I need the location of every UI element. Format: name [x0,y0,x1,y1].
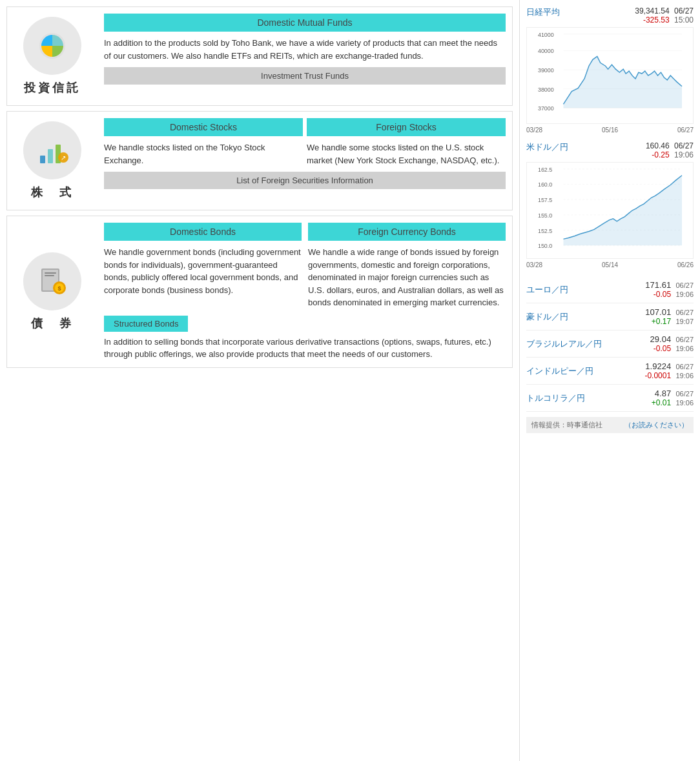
foreign-currency-bonds-header: Foreign Currency Bonds [308,223,506,241]
mutual-funds-section: 投資信託 Domestic Mutual Funds In addition t… [6,6,513,106]
domestic-stocks-desc: We handle stocks listed on the Tokyo Sto… [104,141,303,167]
nikkei-header-row: 日経平均 39,341.54 06/27 -325.53 15:00 [526,6,694,25]
stocks-icon: ↗ [23,121,81,179]
bonds-label: 債 券 [31,316,74,331]
info-text: 情報提供：時事通信社 [531,420,602,430]
mutual-funds-icon-area: 投資信託 [7,7,98,105]
svg-text:160.0: 160.0 [538,181,552,188]
main-content: 投資信託 Domestic Mutual Funds In addition t… [0,0,519,761]
nikkei-x-label-1: 05/16 [602,127,618,134]
usdjpy-x-label-2: 06/26 [677,261,694,269]
foreign-stocks-desc: We handle some stocks listed on the U.S.… [307,141,506,167]
structured-bonds-desc: In addition to selling bonds that incorp… [104,336,506,361]
structured-bonds-header: Structured Bonds [104,316,188,332]
foreign-securities-link[interactable]: List of Foreign Securities Information [104,172,506,189]
mutual-funds-link[interactable]: Investment Trust Funds [104,67,506,85]
rate-name-0[interactable]: ユーロ／円 [526,284,568,296]
nikkei-chart-labels: 03/28 05/16 06/27 [526,127,694,134]
usdjpy-x-label-1: 05/14 [602,261,618,269]
usdjpy-date: 06/27 [674,141,694,150]
svg-text:155.0: 155.0 [538,212,552,219]
svg-text:157.5: 157.5 [538,197,552,203]
rate-row: ブラジルレアル／円 29.04 06/27 -0.05 19:06 [526,330,694,358]
svg-rect-8 [45,272,56,274]
rate-change-3: -0.0001 [644,371,671,380]
rate-name-1[interactable]: 豪ドル／円 [526,311,568,323]
rate-time-4: 19:06 [675,399,694,407]
rate-change-4: +0.01 [652,398,671,407]
usdjpy-title-link[interactable]: 米ドル／円 [526,141,568,153]
svg-text:152.5: 152.5 [538,228,552,234]
rate-name-2[interactable]: ブラジルレアル／円 [526,338,602,350]
rate-val-2: 29.04 [650,334,672,344]
domestic-bonds-desc: We handle government bonds (including go… [104,246,302,296]
svg-rect-9 [45,275,54,276]
usdjpy-market: 米ドル／円 160.46 06/27 -0.25 19:06 162.5 [526,141,694,269]
mutual-funds-label: 投資信託 [24,80,81,96]
usdjpy-change-row: -0.25 19:06 [646,150,694,159]
svg-text:40000: 40000 [538,48,554,54]
svg-text:150.0: 150.0 [538,243,552,249]
rate-date-3: 06/27 [675,363,694,370]
svg-text:41000: 41000 [538,32,554,38]
rate-rows-container: ユーロ／円 171.61 06/27 -0.05 19:06 豪ドル／円 107… [526,276,694,412]
domestic-bonds-header: Domestic Bonds [104,223,302,241]
stocks-label: 株 式 [31,185,74,200]
stocks-grid: Domestic Stocks We handle stocks listed … [104,118,506,167]
stocks-section: ↗ 株 式 Domestic Stocks We handle stocks l… [6,111,513,210]
rate-time-3: 19:06 [675,372,694,380]
rate-time-1: 19:07 [675,318,694,325]
rate-time-0: 19:06 [675,290,694,298]
rate-change-0: -0.05 [654,290,671,299]
rate-right-3: 1.9224 06/27 -0.0001 19:06 [644,361,694,380]
usdjpy-chart-labels: 03/28 05/14 06/26 [526,261,694,269]
nikkei-value-date: 39,341.54 06/27 [635,6,694,15]
bonds-details: Domestic Bonds We handle government bond… [98,216,512,367]
bonds-grid: Domestic Bonds We handle government bond… [104,223,506,309]
rate-right-1: 107.01 06/27 +0.17 19:07 [645,307,694,326]
usdjpy-header-row: 米ドル／円 160.46 06/27 -0.25 19:06 [526,141,694,159]
mutual-funds-details: Domestic Mutual Funds In addition to the… [98,7,512,105]
bonds-section: $ 債 券 Domestic Bonds We handle governmen… [6,216,513,368]
nikkei-chart: 41000 40000 39000 38000 37000 [526,27,694,124]
domestic-bonds-col: Domestic Bonds We handle government bond… [104,223,302,309]
domestic-stocks-col: Domestic Stocks We handle stocks listed … [104,118,303,167]
rate-val-3: 1.9224 [645,361,671,371]
rate-val-1: 107.01 [645,307,671,317]
rate-name-3[interactable]: インドルピー／円 [526,365,593,377]
structured-bonds-area: Structured Bonds In addition to selling … [104,316,506,361]
svg-text:↗: ↗ [61,154,66,161]
rate-change-1: +0.17 [652,317,671,326]
rate-time-2: 19:06 [675,345,694,352]
stocks-details: Domestic Stocks We handle stocks listed … [98,112,512,210]
rate-row: 豪ドル／円 107.01 06/27 +0.17 19:07 [526,303,694,330]
foreign-currency-bonds-desc: We handle a wide range of bonds issued b… [308,246,506,309]
sidebar: 日経平均 39,341.54 06/27 -325.53 15:00 4100 [519,0,700,761]
svg-text:$: $ [57,285,61,292]
info-link[interactable]: （お読みください） [624,420,688,430]
foreign-stocks-header: Foreign Stocks [307,118,506,136]
rate-date-0: 06/27 [675,281,694,289]
bonds-icon-area: $ 債 券 [7,216,98,367]
svg-text:37000: 37000 [538,105,554,112]
rate-right-2: 29.04 06/27 -0.05 19:06 [650,334,694,353]
usdjpy-change: -0.25 [652,150,669,159]
stocks-icon-area: ↗ 株 式 [7,112,98,210]
usdjpy-time: 19:06 [674,150,694,159]
svg-text:162.5: 162.5 [538,167,552,173]
nikkei-change: -325.53 [643,15,670,25]
rate-right-4: 4.87 06/27 +0.01 19:06 [652,389,694,407]
rate-row: インドルピー／円 1.9224 06/27 -0.0001 19:06 [526,358,694,385]
mutual-funds-header: Domestic Mutual Funds [104,14,506,32]
rate-name-4[interactable]: トルコリラ／円 [526,392,585,404]
usdjpy-value: 160.46 [646,141,670,150]
mutual-funds-icon [23,17,81,75]
svg-text:39000: 39000 [538,67,554,74]
rate-change-2: -0.05 [654,344,671,353]
info-footer: 情報提供：時事通信社 （お読みください） [526,417,694,433]
rate-date-2: 06/27 [675,336,694,343]
rate-row: ユーロ／円 171.61 06/27 -0.05 19:06 [526,276,694,303]
nikkei-values: 39,341.54 06/27 -325.53 15:00 [635,6,694,25]
rate-val-4: 4.87 [655,389,671,398]
nikkei-title-link[interactable]: 日経平均 [526,6,560,18]
